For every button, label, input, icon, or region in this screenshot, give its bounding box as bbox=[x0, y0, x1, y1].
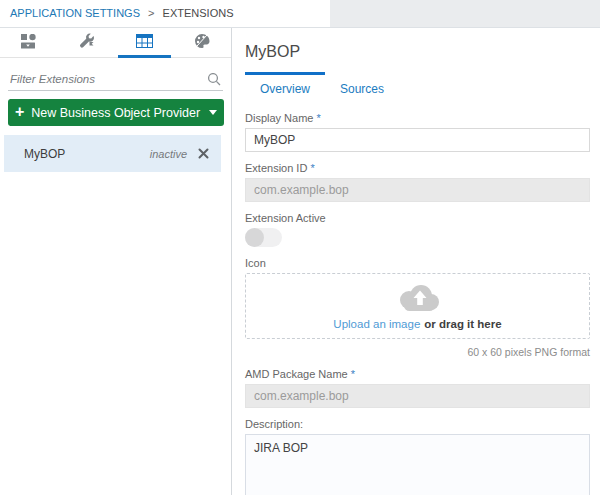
table-icon bbox=[136, 34, 153, 51]
amd-package-name-field bbox=[245, 384, 590, 408]
extension-name: MyBOP bbox=[24, 147, 150, 161]
tab-extensions[interactable] bbox=[116, 28, 174, 57]
main-area: + New Business Object Provider MyBOP ina… bbox=[0, 28, 600, 495]
description-field[interactable]: JIRA BOP bbox=[245, 434, 590, 495]
extension-status-badge: inactive bbox=[150, 148, 187, 160]
toggle-knob bbox=[245, 228, 264, 247]
detail-tabs: Overview Sources bbox=[245, 72, 590, 102]
extension-list-item-mybop[interactable]: MyBOP inactive bbox=[4, 135, 221, 172]
breadcrumb-current-extensions: EXTENSIONS bbox=[163, 7, 234, 19]
settings-sidebar: + New Business Object Provider MyBOP ina… bbox=[0, 28, 232, 495]
filter-extensions-input[interactable] bbox=[8, 70, 223, 91]
icon-label: Icon bbox=[245, 257, 590, 269]
breadcrumb: APPLICATION SETTINGS > EXTENSIONS bbox=[0, 0, 600, 27]
search-icon bbox=[207, 72, 221, 89]
top-bar: APPLICATION SETTINGS > EXTENSIONS bbox=[0, 0, 600, 28]
amd-package-name-label: AMD Package Name* bbox=[245, 368, 590, 380]
display-name-label: Display Name* bbox=[245, 112, 590, 124]
tab-theme[interactable] bbox=[173, 28, 231, 57]
close-icon[interactable] bbox=[196, 146, 211, 161]
extension-active-toggle[interactable] bbox=[245, 228, 282, 247]
breadcrumb-separator: > bbox=[148, 7, 154, 19]
icon-upload-dropzone[interactable]: Upload an imageor drag it here bbox=[245, 273, 590, 339]
plus-icon: + bbox=[15, 104, 24, 120]
wrench-icon bbox=[79, 33, 95, 52]
upload-image-link[interactable]: Upload an image bbox=[333, 318, 420, 330]
icon-format-hint: 60 x 60 pixels PNG format bbox=[245, 346, 590, 358]
required-marker: * bbox=[310, 162, 314, 174]
extension-id-field bbox=[245, 178, 590, 202]
description-label: Description: bbox=[245, 418, 590, 430]
display-name-field[interactable] bbox=[245, 128, 590, 152]
tab-overview[interactable]: Overview bbox=[245, 72, 325, 102]
components-icon bbox=[21, 34, 37, 52]
tab-tools[interactable] bbox=[58, 28, 116, 57]
chevron-down-icon bbox=[209, 110, 217, 115]
palette-icon bbox=[194, 33, 210, 52]
tab-components[interactable] bbox=[0, 28, 58, 57]
required-marker: * bbox=[316, 112, 320, 124]
sidebar-icon-tabs bbox=[0, 28, 231, 58]
upload-instruction: Upload an imageor drag it here bbox=[333, 318, 501, 330]
extension-detail-panel: MyBOP Overview Sources Display Name* Ext… bbox=[232, 28, 600, 495]
cloud-upload-icon bbox=[395, 283, 441, 316]
new-business-object-provider-button[interactable]: + New Business Object Provider bbox=[8, 99, 224, 126]
page-title: MyBOP bbox=[245, 43, 590, 61]
extension-active-label: Extension Active bbox=[245, 212, 590, 224]
required-marker: * bbox=[351, 368, 355, 380]
drag-here-text: or drag it here bbox=[424, 318, 501, 330]
tab-sources[interactable]: Sources bbox=[325, 72, 399, 102]
extension-id-label: Extension ID* bbox=[245, 162, 590, 174]
breadcrumb-link-application-settings[interactable]: APPLICATION SETTINGS bbox=[10, 7, 140, 19]
new-button-label: New Business Object Provider bbox=[31, 106, 200, 120]
filter-row bbox=[8, 70, 223, 91]
